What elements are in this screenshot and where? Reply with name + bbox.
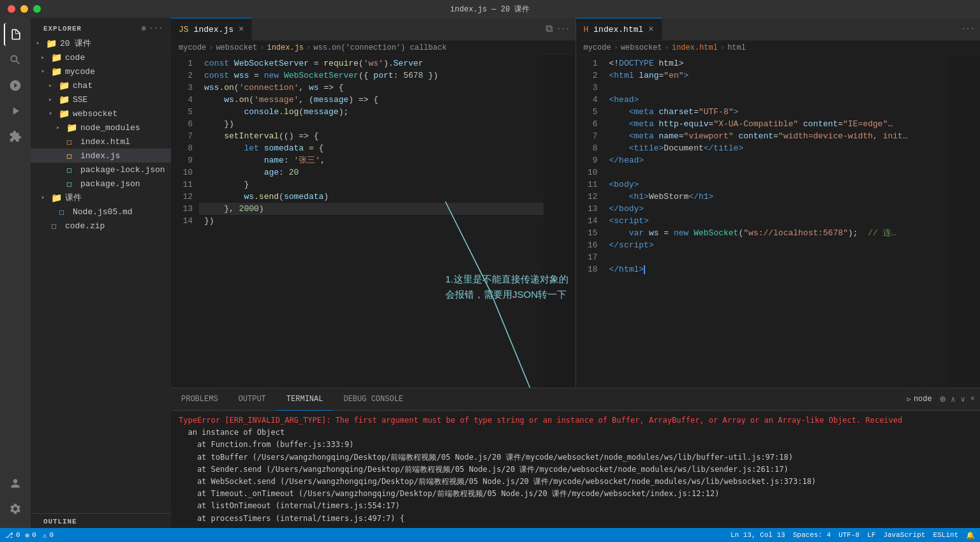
tab-index-html[interactable]: H index.html ×: [576, 18, 662, 40]
arrow-icon: ▾: [41, 68, 51, 75]
breadcrumb-left: mycode › websocket › index.js › wss.on('…: [171, 41, 576, 55]
code-line: }, 2000): [199, 203, 544, 215]
tree-item-code-zip[interactable]: ▸ ◻ code.zip: [31, 219, 171, 233]
arrow-icon: ▾: [36, 40, 46, 47]
breadcrumb-websocket2[interactable]: websocket: [621, 43, 662, 52]
tab-close-button[interactable]: ×: [239, 24, 244, 34]
tab-terminal[interactable]: TERMINAL: [276, 388, 334, 411]
chevron-up-icon[interactable]: ∧: [951, 395, 955, 404]
editor-left-actions: ⧉ ···: [540, 18, 575, 40]
code-line: </body>: [604, 203, 949, 215]
encoding-status[interactable]: UTF-8: [838, 531, 859, 539]
tree-item-node-md[interactable]: ▸ ◻ Node.js05.md: [31, 205, 171, 219]
terminal-content[interactable]: TypeError [ERR_INVALID_ARG_TYPE]: The fi…: [171, 411, 980, 528]
editor-left: 12345 678910 11121314 const WebSocketSer…: [171, 55, 575, 388]
tree-item-package-lock[interactable]: ▸ ◻ package-lock.json: [31, 163, 171, 177]
eslint-status[interactable]: ESLint: [933, 531, 958, 539]
cursor-position-status[interactable]: Ln 13, Col 13: [731, 531, 785, 539]
position-text: Ln 13, Col 13: [731, 531, 785, 539]
zip-file-icon: ◻: [51, 221, 63, 231]
tree-label: SSE: [73, 95, 87, 105]
feedback-icon: 🔔: [966, 531, 975, 539]
breadcrumb-mycode[interactable]: mycode: [179, 43, 206, 52]
account-icon[interactable]: [4, 472, 27, 495]
tab-index-js[interactable]: JS index.js ×: [171, 18, 252, 40]
tree-item-code[interactable]: ▸ 📁 code: [31, 50, 171, 64]
eol-status[interactable]: LF: [867, 531, 875, 539]
js-tab-icon: JS: [179, 25, 189, 34]
tab-output[interactable]: OUTPUT: [228, 388, 276, 411]
sidebar-item-search[interactable]: [4, 48, 27, 71]
code-line: [604, 251, 949, 263]
split-editor-icon[interactable]: ⧉: [546, 23, 553, 35]
more-actions-icon[interactable]: ···: [149, 24, 163, 33]
minimap-left: [544, 55, 575, 388]
breadcrumb-html-tag[interactable]: html: [727, 43, 746, 52]
tree-item-20kejian[interactable]: ▾ 📁 20 课件: [31, 36, 171, 50]
tree-item-package-json[interactable]: ▸ ◻ package.json: [31, 177, 171, 191]
json-file-icon: ◻: [66, 165, 78, 175]
code-line: <title>Document</title>: [604, 142, 949, 154]
sidebar-item-files[interactable]: [4, 23, 27, 46]
breadcrumb-websocket[interactable]: websocket: [216, 43, 257, 52]
sidebar-item-run[interactable]: [4, 99, 27, 122]
more-actions-icon[interactable]: ···: [961, 25, 975, 34]
panel-tab-actions: ▷ node ⊕ ∧ ∨ ×: [907, 393, 980, 406]
language-status[interactable]: JavaScript: [883, 531, 925, 539]
outline-section[interactable]: OUTLINE: [31, 513, 171, 528]
tree-label: code.zip: [65, 221, 105, 231]
editor-area: JS index.js × ⧉ ··· H index.html × ···: [171, 18, 980, 528]
errors-status[interactable]: ⊗ 0 ⚠ 0: [26, 531, 54, 539]
breadcrumb-html-file[interactable]: index.html: [672, 43, 718, 52]
git-branch-status[interactable]: ⎇ 0: [5, 531, 20, 539]
tab-label: index.js: [194, 25, 234, 34]
html-tab-icon: H: [584, 25, 589, 34]
more-actions-icon[interactable]: ···: [556, 25, 570, 34]
tree-item-websocket[interactable]: ▾ 📁 websocket: [31, 106, 171, 121]
code-area-left[interactable]: 12345 678910 11121314 const WebSocketSer…: [171, 55, 575, 388]
spaces-text: Spaces: 4: [793, 531, 831, 539]
tab-debug-console[interactable]: DEBUG CONSOLE: [333, 388, 413, 411]
tree-item-node-modules[interactable]: ▸ 📁 node_modules: [31, 121, 171, 135]
sidebar-actions: ⊕ ···: [142, 24, 163, 33]
code-area-right[interactable]: 12345 678910 1112131415 161718 <!DOCTYPE…: [576, 55, 981, 388]
activity-bar: [0, 18, 31, 528]
breadcrumb-context[interactable]: wss.on('connection') callback: [313, 43, 447, 52]
maximize-button[interactable]: [33, 5, 41, 13]
tree-label: mycode: [65, 67, 95, 77]
settings-icon[interactable]: [4, 497, 27, 520]
chevron-down-icon[interactable]: ∨: [961, 395, 965, 404]
minimize-button[interactable]: [20, 5, 28, 13]
tree-label: package-lock.json: [80, 165, 165, 175]
sidebar-item-git[interactable]: [4, 74, 27, 97]
tree-label: index.html: [80, 137, 130, 147]
tree-item-sse[interactable]: ▸ 📁 SSE: [31, 92, 171, 106]
close-button[interactable]: [8, 5, 15, 13]
breadcrumb-mycode2[interactable]: mycode: [584, 43, 611, 52]
sidebar-item-extensions[interactable]: [4, 125, 27, 148]
tab-problems[interactable]: PROBLEMS: [171, 388, 228, 411]
tree-label: websocket: [73, 109, 117, 119]
tree-item-mycode[interactable]: ▾ 📁 mycode: [31, 64, 171, 78]
tree-item-index-js[interactable]: ▸ ◻ index.js: [31, 149, 171, 163]
line-numbers-left: 12345 678910 11121314: [171, 55, 199, 388]
window-title: index.js — 20 课件: [450, 4, 530, 15]
close-panel-icon[interactable]: ×: [970, 395, 975, 404]
feedback-status[interactable]: 🔔: [966, 531, 975, 539]
tab-close-button[interactable]: ×: [648, 24, 653, 34]
tree-item-chat[interactable]: ▸ 📁 chat: [31, 78, 171, 92]
tree-item-kejian[interactable]: ▾ 📁 课件: [31, 191, 171, 205]
code-line: <head>: [604, 94, 949, 106]
folder-icon: 📁: [51, 66, 63, 77]
tree-item-index-html[interactable]: ▸ ◻ index.html: [31, 135, 171, 149]
new-file-icon[interactable]: ⊕: [142, 24, 147, 33]
folder-icon: 📁: [59, 94, 70, 105]
breadcrumb-file[interactable]: index.js: [267, 43, 304, 52]
folder-icon: 📁: [51, 193, 63, 203]
terminal-line: at Function.from (buffer.js:333:9): [179, 439, 972, 451]
sidebar: EXPLORER ⊕ ··· ▾ 📁 20 课件 ▸ 📁 code ▾ 📁 my…: [31, 18, 171, 528]
debug-tab-label: DEBUG CONSOLE: [343, 395, 403, 404]
add-terminal-icon[interactable]: ⊕: [940, 393, 946, 406]
spaces-status[interactable]: Spaces: 4: [793, 531, 831, 539]
code-line: <script>: [604, 215, 949, 227]
